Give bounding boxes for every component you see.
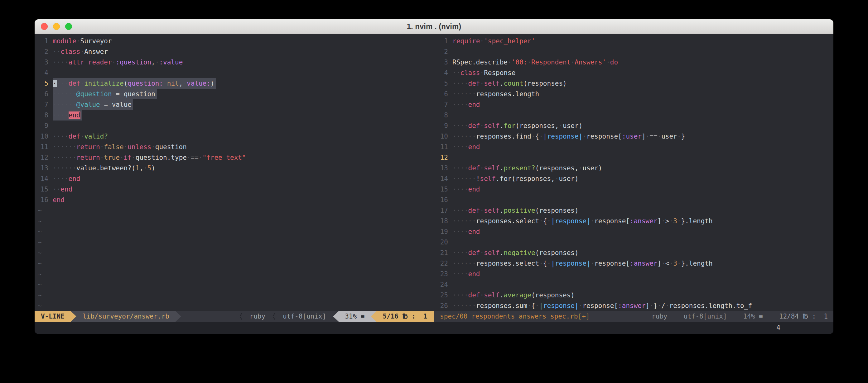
line-number: 5 bbox=[35, 78, 53, 89]
code-text: ····end bbox=[53, 173, 81, 184]
code-text: ··class·Response bbox=[453, 68, 516, 78]
code-line[interactable]: 15··end bbox=[35, 184, 434, 195]
code-line[interactable]: 12 bbox=[434, 152, 833, 163]
line-number: 17 bbox=[434, 205, 453, 216]
code-text: ······responses.select·{·|response|·resp… bbox=[453, 216, 713, 227]
code-text: ······return·true·if·question.type·==·"f… bbox=[53, 152, 246, 163]
code-line[interactable]: 24 bbox=[434, 279, 833, 290]
thin-separator-icon bbox=[272, 311, 276, 322]
line-number: 6 bbox=[434, 89, 453, 99]
encoding-label: utf-8[unix] bbox=[276, 311, 333, 322]
window-titlebar[interactable]: 1. nvim . (nvim) bbox=[35, 19, 833, 34]
code-line[interactable]: 14······!self.for(responses,·user) bbox=[434, 173, 833, 184]
tilde-marker: ~ bbox=[35, 216, 42, 227]
filler-line: ~ bbox=[35, 279, 434, 290]
line-number: 10 bbox=[35, 131, 53, 142]
line-number: 14 bbox=[434, 173, 453, 184]
code-line[interactable]: 10······responses.find·{·|response|·resp… bbox=[434, 131, 833, 142]
code-line[interactable]: 6······@question·=·question bbox=[35, 89, 434, 99]
code-line[interactable]: 26······responses.sum·{·|response|·respo… bbox=[434, 301, 833, 311]
zoom-button[interactable] bbox=[65, 23, 72, 30]
code-line[interactable]: 21····def·self.negative(responses) bbox=[434, 248, 833, 258]
filler-line: ~ bbox=[35, 227, 434, 237]
code-line[interactable]: 9 bbox=[35, 120, 434, 131]
code-line[interactable]: 8····end bbox=[35, 110, 434, 120]
filler-line: ~ bbox=[35, 248, 434, 258]
line-number: 14 bbox=[35, 173, 53, 184]
line-number: 21 bbox=[434, 248, 453, 258]
code-text: ····end bbox=[453, 269, 480, 279]
tilde-marker: ~ bbox=[35, 301, 42, 311]
code-text: require·'spec_helper' bbox=[453, 36, 535, 46]
code-line[interactable]: 5····def·initialize(question:·nil,·value… bbox=[35, 78, 434, 89]
code-line[interactable]: 10····def·valid? bbox=[35, 131, 434, 142]
line-number: 10 bbox=[434, 131, 453, 142]
terminal-window: 1. nvim . (nvim) 1module·Surveyor2··clas… bbox=[35, 19, 833, 334]
filler-line: ~ bbox=[35, 269, 434, 279]
filler-line: ~ bbox=[35, 205, 434, 216]
code-line[interactable]: 13······value.between?(1,·5) bbox=[35, 163, 434, 173]
code-line[interactable]: 4··class·Response bbox=[434, 68, 833, 78]
code-text: ····def·self.count(responses) bbox=[453, 78, 567, 89]
code-text: ····end bbox=[453, 184, 480, 195]
code-line[interactable]: 22······responses.select·{·|response|·re… bbox=[434, 258, 833, 269]
code-line[interactable]: 15····end bbox=[434, 184, 833, 195]
line-number: 9 bbox=[35, 120, 53, 131]
filler-line: ~ bbox=[35, 301, 434, 311]
code-line[interactable]: 2··class·Answer bbox=[35, 46, 434, 57]
tilde-marker: ~ bbox=[35, 248, 42, 258]
code-line[interactable]: 13····def·self.present?(responses,·user) bbox=[434, 163, 833, 173]
code-line[interactable]: 3····attr_reader·:question,·:value bbox=[35, 57, 434, 68]
code-text: ······responses.select·{·|response|·resp… bbox=[453, 258, 713, 269]
tilde-marker: ~ bbox=[35, 279, 42, 290]
code-line[interactable]: 19····end bbox=[434, 227, 833, 237]
line-number: 26 bbox=[434, 301, 453, 311]
code-line[interactable]: 1require·'spec_helper' bbox=[434, 36, 833, 46]
code-line[interactable]: 1module·Surveyor bbox=[35, 36, 434, 46]
code-line[interactable]: 3RSpec.describe·'00:·Respondent·Answers'… bbox=[434, 57, 833, 68]
statusline-right: spec/00_respondents_answers_spec.rb[+] r… bbox=[434, 311, 833, 322]
line-number: 1 bbox=[35, 36, 53, 46]
code-line[interactable]: 18······responses.select·{·|response|·re… bbox=[434, 216, 833, 227]
line-number: 20 bbox=[434, 237, 453, 248]
code-line[interactable]: 2 bbox=[434, 46, 833, 57]
code-text: RSpec.describe·'00:·Respondent·Answers'·… bbox=[453, 57, 618, 68]
block-cursor: · bbox=[53, 80, 57, 87]
code-line[interactable]: 4 bbox=[35, 68, 434, 78]
line-number: 4 bbox=[434, 68, 453, 78]
cursor-position: 5/16 ℔ : 1 bbox=[376, 311, 434, 322]
code-line[interactable]: 16 bbox=[434, 195, 833, 205]
code-area[interactable]: 1require·'spec_helper'23RSpec.describe·'… bbox=[434, 34, 833, 311]
line-number: 11 bbox=[35, 142, 53, 152]
code-line[interactable]: 6······responses.length bbox=[434, 89, 833, 99]
code-line[interactable]: 16end bbox=[35, 195, 434, 205]
tilde-marker: ~ bbox=[35, 237, 42, 248]
line-number: 8 bbox=[434, 110, 453, 120]
pending-command-count: 4 bbox=[776, 322, 780, 334]
tilde-marker: ~ bbox=[35, 290, 42, 301]
code-line[interactable]: 17····def·self.positive(responses) bbox=[434, 205, 833, 216]
code-line[interactable]: 11····end bbox=[434, 142, 833, 152]
close-button[interactable] bbox=[41, 23, 48, 30]
code-line[interactable]: 12······return·true·if·question.type·==·… bbox=[35, 152, 434, 163]
code-line[interactable]: 7······@value·=·value bbox=[35, 99, 434, 110]
line-number: 12 bbox=[434, 152, 453, 163]
powerline-arrow-icon bbox=[333, 311, 339, 322]
filetype-label: ruby bbox=[243, 311, 273, 322]
code-line[interactable]: 20 bbox=[434, 237, 833, 248]
code-line[interactable]: 9····def·self.for(responses,·user) bbox=[434, 120, 833, 131]
code-line[interactable]: 7····end bbox=[434, 99, 833, 110]
code-text: ··class·Answer bbox=[53, 46, 108, 57]
code-line[interactable]: 8 bbox=[434, 110, 833, 120]
code-area[interactable]: 1module·Surveyor2··class·Answer3····attr… bbox=[35, 34, 434, 311]
code-line[interactable]: 25····def·self.average(responses) bbox=[434, 290, 833, 301]
code-text: ····end bbox=[453, 99, 480, 110]
code-line[interactable]: 5····def·self.count(responses) bbox=[434, 78, 833, 89]
code-line[interactable]: 11······return·false·unless·question bbox=[35, 142, 434, 152]
line-number: 16 bbox=[434, 195, 453, 205]
code-line[interactable]: 23····end bbox=[434, 269, 833, 279]
filename-label: lib/surveyor/answer.rb bbox=[76, 311, 176, 322]
code-line[interactable]: 14····end bbox=[35, 173, 434, 184]
minimize-button[interactable] bbox=[53, 23, 60, 30]
window-title: 1. nvim . (nvim) bbox=[407, 22, 461, 31]
